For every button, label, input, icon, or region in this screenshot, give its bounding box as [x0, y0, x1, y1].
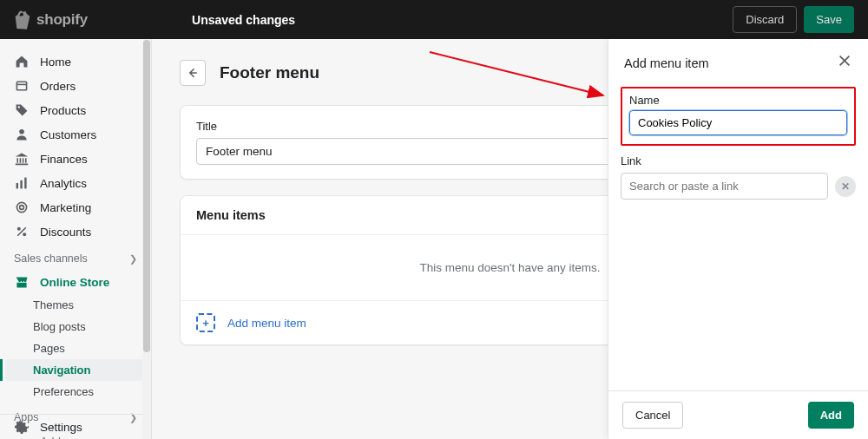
- svg-point-5: [16, 202, 26, 212]
- sidebar-item-label: Discounts: [40, 226, 91, 239]
- sidebar-item-label: Finances: [40, 153, 88, 166]
- plus-icon: +: [196, 313, 215, 332]
- orders-icon: [14, 78, 30, 94]
- sidebar-item-marketing[interactable]: Marketing: [0, 195, 151, 220]
- arrow-left-icon: [186, 66, 200, 80]
- svg-point-7: [17, 227, 21, 231]
- svg-rect-3: [20, 180, 22, 189]
- name-input[interactable]: [629, 110, 847, 135]
- sidebar-item-orders[interactable]: Orders: [0, 74, 151, 98]
- name-field-label: Name: [629, 94, 847, 107]
- store-icon: [14, 274, 30, 290]
- save-button[interactable]: Save: [804, 6, 854, 33]
- svg-rect-2: [16, 183, 18, 188]
- back-button[interactable]: [180, 60, 206, 86]
- sidebar-item-label: Customers: [40, 128, 96, 141]
- chevron-right-icon: ❯: [129, 253, 137, 265]
- sidebar-item-label: Settings: [40, 421, 82, 434]
- add-menu-item-panel: Add menu item Name Link ✕ Cancel Add: [608, 39, 868, 439]
- home-icon: [14, 54, 30, 69]
- sidebar-item-discounts[interactable]: Discounts: [0, 220, 151, 244]
- sidebar-item-analytics[interactable]: Analytics: [0, 171, 151, 195]
- add-button[interactable]: Add: [808, 402, 854, 429]
- svg-point-1: [19, 129, 24, 134]
- gear-icon: [14, 419, 30, 435]
- sidebar-sub-themes[interactable]: Themes: [0, 294, 151, 316]
- tag-icon: [14, 102, 30, 118]
- cancel-button[interactable]: Cancel: [622, 402, 683, 429]
- shopify-bag-icon: [14, 10, 31, 29]
- x-icon: ✕: [841, 180, 850, 193]
- sidebar-item-label: Online Store: [40, 276, 109, 289]
- sidebar-sub-blog-posts[interactable]: Blog posts: [0, 316, 151, 337]
- sidebar-item-online-store[interactable]: Online Store: [0, 270, 151, 294]
- sales-channels-section[interactable]: Sales channels ❯: [0, 244, 151, 270]
- add-menu-item-label: Add menu item: [227, 317, 306, 330]
- percent-icon: [14, 224, 30, 239]
- sidebar-item-settings[interactable]: Settings: [0, 415, 142, 439]
- close-icon: [837, 53, 852, 69]
- sidebar-item-finances[interactable]: Finances: [0, 147, 151, 171]
- target-icon: [14, 200, 30, 215]
- clear-link-button[interactable]: ✕: [835, 176, 856, 197]
- bank-icon: [14, 151, 30, 167]
- discard-button[interactable]: Discard: [733, 6, 797, 33]
- person-icon: [14, 127, 30, 142]
- sidebar-scrollbar[interactable]: [142, 39, 151, 439]
- sidebar-item-label: Home: [40, 56, 71, 69]
- close-button[interactable]: [837, 53, 852, 73]
- name-field-highlight: Name: [621, 87, 856, 146]
- svg-point-6: [20, 206, 24, 210]
- sidebar-item-label: Orders: [40, 80, 76, 93]
- topbar: shopify Unsaved changes Discard Save: [0, 0, 868, 39]
- sidebar-sub-pages[interactable]: Pages: [0, 337, 151, 359]
- sidebar-sub-preferences[interactable]: Preferences: [0, 381, 151, 403]
- sidebar-item-label: Marketing: [40, 201, 91, 214]
- link-field-label: Link: [621, 154, 856, 167]
- sidebar-item-customers[interactable]: Customers: [0, 122, 151, 147]
- sidebar-item-label: Analytics: [40, 177, 87, 190]
- sidebar: Home Orders Products Customers Finances …: [0, 39, 152, 439]
- svg-rect-4: [24, 178, 26, 189]
- brand-text: shopify: [36, 11, 88, 29]
- sidebar-item-products[interactable]: Products: [0, 98, 151, 122]
- panel-title: Add menu item: [624, 56, 709, 70]
- page-title: Footer menu: [220, 63, 319, 82]
- section-label: Sales channels: [14, 252, 88, 265]
- unsaved-changes-label: Unsaved changes: [192, 13, 295, 27]
- sidebar-sub-navigation[interactable]: Navigation: [5, 359, 146, 381]
- sidebar-item-home[interactable]: Home: [0, 49, 151, 74]
- sidebar-item-label: Products: [40, 104, 86, 117]
- svg-point-8: [23, 233, 26, 236]
- chart-icon: [14, 175, 30, 191]
- shopify-logo[interactable]: shopify: [14, 10, 88, 29]
- link-input[interactable]: [621, 173, 828, 200]
- svg-rect-0: [16, 82, 26, 90]
